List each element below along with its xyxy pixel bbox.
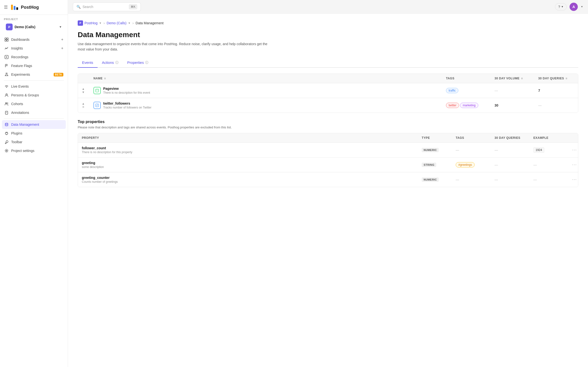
sidebar-item-cohorts[interactable]: Cohorts [2,100,66,108]
sidebar-item-experiments[interactable]: Experiments BETA [2,70,66,79]
bookmark-icon [4,110,9,115]
hamburger-icon[interactable]: ☰ [4,5,8,10]
more-options-button[interactable]: ··· [572,148,577,152]
nav-divider [4,118,64,119]
row-collapse-down-icon[interactable]: ✕ [82,106,84,108]
page-body: P PostHog ▼ › Demo (Calls) ▼ › Data Mana… [68,14,588,367]
breadcrumb-org[interactable]: P PostHog ▼ [78,20,102,26]
nav-section: Dashboards + Insights + Recordings Featu… [0,33,68,157]
sidebar-item-plugins[interactable]: Plugins [2,129,66,138]
td-prop-name: follower_count There is no description f… [78,143,418,157]
breadcrumb-sep-1: › [104,21,105,25]
sidebar-item-annotations[interactable]: Annotations [2,108,66,117]
td-prop-more: ··· [568,143,578,157]
td-prop-tags: — [452,172,491,187]
tab-events[interactable]: Events [78,58,98,68]
sidebar-item-label: Dashboards [11,38,59,42]
th-property: PROPERTY [78,133,418,142]
td-prop-more: ··· [568,172,578,187]
project-selector[interactable]: P Demo (Calls) ▼ [4,22,64,32]
flag-icon [4,64,9,68]
sidebar-item-feature-flags[interactable]: Feature Flags [2,61,66,70]
prop-queries-dash: — [495,178,498,182]
th-tags-label: TAGS [446,77,454,80]
row-collapse-up-icon[interactable]: ▲ [82,102,85,105]
more-options-button[interactable]: ··· [572,177,577,182]
wifi-icon [4,84,9,89]
th-type: TYPE [418,133,452,142]
td-prop-more: ··· [568,158,578,172]
properties-info-icon: ⓘ [145,60,148,65]
sidebar: ☰ PostHog PROJECT P Demo (Calls) ▼ Dashb… [0,0,68,367]
type-badge: STRING [422,163,436,167]
td-prop-tags: #greetings [452,158,491,172]
th-volume-filter-icon[interactable]: ≡ [521,77,523,80]
add-icon[interactable]: + [61,46,63,50]
sidebar-item-live-events[interactable]: Live Events [2,82,66,91]
help-button[interactable]: ? ▼ [555,3,567,10]
td-volume: 30 [491,98,534,113]
flask-icon [4,72,9,77]
sidebar-item-label: Persons & Groups [11,93,63,97]
tab-properties[interactable]: Properties ⓘ [123,58,153,68]
sidebar-item-data-management[interactable]: Data Management [2,120,66,129]
event-name-cell: Pageview There is no description for thi… [103,87,150,94]
settings-icon [4,149,9,153]
example-dash: — [533,178,537,182]
svg-point-8 [6,48,6,49]
top-properties-title: Top properties [78,120,578,124]
th-queries-filter-icon[interactable]: ≡ [565,77,567,80]
th-name-filter-icon[interactable]: ≡ [104,77,106,80]
search-box[interactable]: 🔍 Search ⌘K [73,2,141,11]
sidebar-item-recordings[interactable]: Recordings [2,53,66,61]
breadcrumb-project[interactable]: Demo (Calls) ▼ [107,21,131,25]
svg-rect-6 [5,40,6,41]
search-icon: 🔍 [76,5,81,9]
tag-twitter[interactable]: twitter [446,103,459,108]
bc-org-chevron-icon: ▼ [99,22,102,25]
sidebar-item-dashboards[interactable]: Dashboards + [2,35,66,44]
svg-point-12 [6,87,7,88]
play-icon [4,55,9,59]
row-expand-up-icon[interactable]: ▲ [82,87,85,90]
td-controls: ▲ ✕ [78,98,90,113]
svg-rect-3 [16,7,18,10]
th-prop-tags: TAGS [452,133,491,142]
svg-marker-11 [6,56,7,58]
sidebar-item-toolbar[interactable]: Toolbar [2,138,66,146]
tab-actions-label: Actions [102,60,114,65]
tag-traffic[interactable]: traffic [446,88,458,93]
th-example: EXAMPLE [529,133,568,142]
breadcrumb: P PostHog ▼ › Demo (Calls) ▼ › Data Mana… [78,20,578,26]
prop-description: some description [82,165,104,169]
row-controls: ▲ ✕ [82,102,85,108]
sidebar-item-persons-groups[interactable]: Persons & Groups [2,91,66,100]
td-prop-example: — [529,172,568,187]
th-queries: 30 DAY QUERIES ≡ [534,74,578,83]
chart-icon [4,46,9,50]
logo-area: PostHog [10,3,39,12]
sidebar-item-project-settings[interactable]: Project settings [2,146,66,155]
sidebar-item-label: Recordings [11,55,63,59]
prop-row: greeting some description STRING #greeti… [78,158,578,172]
queries-dash: — [538,103,542,107]
tag-marketing[interactable]: marketing [460,103,478,108]
twitter-event-icon [93,102,101,109]
sidebar-header: ☰ PostHog [0,0,68,15]
sidebar-item-label: Plugins [11,131,63,135]
search-shortcut: ⌘K [129,4,137,9]
example-value: 1924 [533,147,544,153]
sidebar-item-insights[interactable]: Insights + [2,44,66,53]
more-options-button[interactable]: ··· [572,163,577,167]
prop-tags-dash: — [456,148,459,152]
users-icon [4,102,9,106]
tag-greetings[interactable]: #greetings [456,162,475,167]
td-event-name: Pageview There is no description for thi… [90,83,442,98]
add-icon[interactable]: + [61,37,63,42]
bc-project-label: Demo (Calls) [107,21,126,25]
sidebar-item-label: Experiments [11,73,51,76]
user-avatar[interactable]: A [570,3,578,11]
td-volume: — [491,83,534,98]
row-expand-down-icon[interactable]: ▼ [82,91,85,94]
tab-actions[interactable]: Actions ⓘ [98,58,123,68]
